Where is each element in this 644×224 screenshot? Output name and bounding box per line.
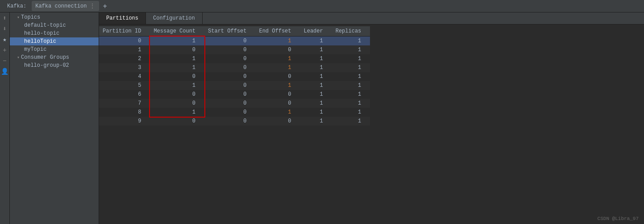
table-row: 700011 — [99, 99, 370, 108]
watermark: CSDN @Libra_97 — [598, 216, 639, 221]
tab-bar: Kafka: Kafka connection ⋮ + — [0, 0, 644, 12]
cell-end-offset: 1 — [255, 81, 300, 90]
table-row: 510111 — [99, 81, 370, 90]
cell-message-count: 1 — [150, 81, 204, 90]
table-header-row: Partition ID Message Count Start Offset … — [99, 26, 370, 37]
col-header-message-count: Message Count — [150, 26, 204, 37]
table-row: 810111 — [99, 108, 370, 117]
cell-end-offset: 1 — [255, 37, 300, 46]
table-row: 100011 — [99, 45, 370, 54]
cell-message-count: 1 — [150, 54, 204, 63]
cell-message-count: 1 — [150, 108, 204, 117]
sidebar-item-helloTopic[interactable]: helloTopic — [10, 37, 99, 45]
table-row: 900011 — [99, 117, 370, 126]
cell-replicas: 1 — [332, 37, 370, 46]
cell-end-offset: 0 — [255, 45, 300, 54]
cell-leader: 1 — [300, 90, 332, 99]
tree-panel: ▾ Topics default-topic hello-topic hello… — [10, 12, 99, 224]
cell-message-count: 0 — [150, 72, 204, 81]
table-row: 310111 — [99, 63, 370, 72]
person-icon[interactable]: 👤 — [1, 69, 8, 75]
cell-end-offset: 0 — [255, 90, 300, 99]
cell-end-offset: 1 — [255, 54, 300, 63]
kafka-connection-tab[interactable]: Kafka connection ⋮ — [32, 1, 99, 11]
table-body: 0101111000112101113101114000115101116000… — [99, 37, 370, 126]
main-layout: ⬆ ⬇ ★ + − 👤 ▾ Topics default-topic hello… — [0, 12, 644, 224]
cell-partition-id: 0 — [99, 37, 150, 46]
cell-leader: 1 — [300, 54, 332, 63]
sidebar-item-hello-topic[interactable]: hello-topic — [10, 29, 99, 37]
cell-start-offset: 0 — [204, 108, 255, 117]
cell-partition-id: 3 — [99, 63, 150, 72]
cell-partition-id: 2 — [99, 54, 150, 63]
tab-partitions[interactable]: Partitions — [99, 12, 146, 24]
cell-leader: 1 — [300, 37, 332, 46]
table-row: 010111 — [99, 37, 370, 46]
cell-replicas: 1 — [332, 81, 370, 90]
col-header-replicas: Replicas — [332, 26, 370, 37]
download-icon[interactable]: ⬇ — [3, 26, 6, 32]
consumer-groups-chevron: ▾ — [17, 55, 20, 60]
cell-start-offset: 0 — [204, 45, 255, 54]
sidebar-item-hello-group-02[interactable]: hello-group-02 — [10, 61, 99, 69]
cell-message-count: 1 — [150, 63, 204, 72]
sidebar-item-myTopic[interactable]: myTopic — [10, 45, 99, 53]
cell-replicas: 1 — [332, 54, 370, 63]
cell-end-offset: 1 — [255, 63, 300, 72]
sidebar-item-default-topic[interactable]: default-topic — [10, 21, 99, 29]
sidebar-item-topics[interactable]: ▾ Topics — [10, 13, 99, 21]
cell-partition-id: 4 — [99, 72, 150, 81]
cell-end-offset: 0 — [255, 99, 300, 108]
star-icon[interactable]: ★ — [3, 37, 6, 43]
cell-leader: 1 — [300, 63, 332, 72]
hello-group-02-label: hello-group-02 — [24, 62, 69, 69]
upload-icon[interactable]: ⬆ — [3, 15, 6, 21]
cell-leader: 1 — [300, 45, 332, 54]
partitions-table: Partition ID Message Count Start Offset … — [99, 26, 370, 126]
cell-message-count: 1 — [150, 37, 204, 46]
col-header-leader: Leader — [300, 26, 332, 37]
tab-menu-icon[interactable]: ⋮ — [89, 2, 96, 10]
table-row: 600011 — [99, 90, 370, 99]
cell-message-count: 0 — [150, 99, 204, 108]
hello-topic-label: hello-topic — [24, 30, 59, 37]
cell-end-offset: 0 — [255, 117, 300, 126]
cell-leader: 1 — [300, 99, 332, 108]
cell-start-offset: 0 — [204, 72, 255, 81]
sidebar-item-consumer-groups[interactable]: ▾ Consumer Groups — [10, 53, 99, 61]
cell-partition-id: 6 — [99, 90, 150, 99]
cell-replicas: 1 — [332, 117, 370, 126]
cell-replicas: 1 — [332, 63, 370, 72]
cell-leader: 1 — [300, 81, 332, 90]
cell-replicas: 1 — [332, 72, 370, 81]
cell-start-offset: 0 — [204, 90, 255, 99]
cell-end-offset: 1 — [255, 108, 300, 117]
content-tabs: Partitions Configuration — [99, 12, 644, 24]
table-row: 210111 — [99, 54, 370, 63]
cell-message-count: 0 — [150, 117, 204, 126]
tab-configuration[interactable]: Configuration — [146, 12, 203, 24]
cell-end-offset: 0 — [255, 72, 300, 81]
table-row: 400011 — [99, 72, 370, 81]
col-header-end-offset: End Offset — [255, 26, 300, 37]
default-topic-label: default-topic — [24, 22, 66, 29]
cell-partition-id: 1 — [99, 45, 150, 54]
col-header-start-offset: Start Offset — [204, 26, 255, 37]
content-panel: Partitions Configuration Partition ID Me… — [99, 12, 644, 224]
kafka-connection-label: Kafka connection — [35, 3, 87, 9]
consumer-groups-label: Consumer Groups — [21, 54, 69, 61]
cell-partition-id: 8 — [99, 108, 150, 117]
minus-icon[interactable]: − — [3, 58, 6, 64]
cell-leader: 1 — [300, 108, 332, 117]
add-sidebar-icon[interactable]: + — [3, 47, 6, 53]
cell-start-offset: 0 — [204, 99, 255, 108]
cell-message-count: 0 — [150, 90, 204, 99]
cell-start-offset: 0 — [204, 63, 255, 72]
cell-message-count: 0 — [150, 45, 204, 54]
col-header-partition-id: Partition ID — [99, 26, 150, 37]
add-connection-button[interactable]: + — [101, 2, 108, 10]
cell-partition-id: 5 — [99, 81, 150, 90]
kafka-label: Kafka: — [4, 3, 30, 9]
table-container: Partition ID Message Count Start Offset … — [99, 24, 644, 224]
helloTopic-label: helloTopic — [24, 38, 56, 45]
